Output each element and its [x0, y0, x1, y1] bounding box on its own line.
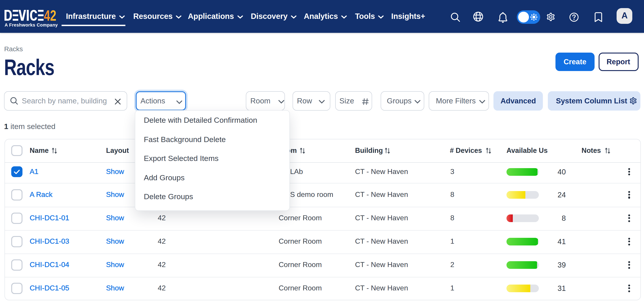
svg-text:42: 42 [44, 7, 56, 24]
